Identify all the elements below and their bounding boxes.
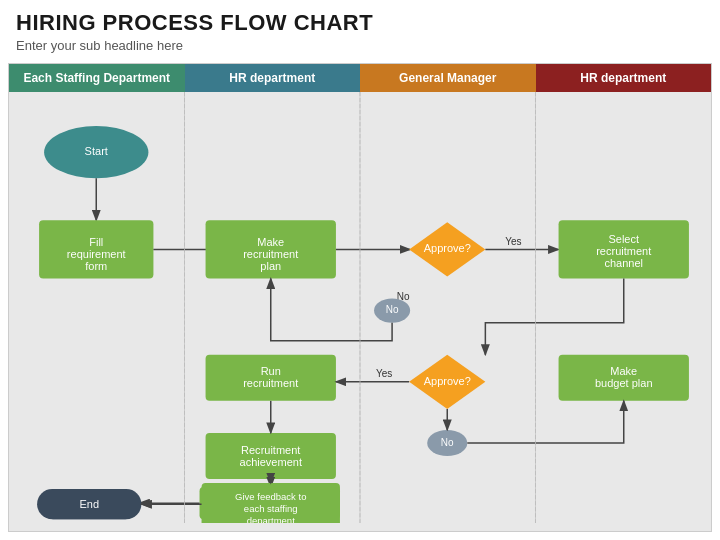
start-label: Start (85, 145, 108, 157)
achieve-label2: achievement (240, 456, 302, 468)
fb-text3: department (247, 515, 295, 523)
approve1-label: Approve? (424, 242, 471, 254)
no2-ellipse-label: No (441, 437, 454, 448)
end-text-final: End (79, 498, 99, 510)
yes1-label: Yes (505, 236, 521, 247)
budget-label2: budget plan (595, 377, 653, 389)
col-header-hr2: HR department (536, 64, 712, 92)
select-label1: Select (608, 233, 639, 245)
achieve-label1: Recruitment (241, 444, 300, 456)
select-label2: recruitment (596, 245, 651, 257)
arrow-select-approve2 (485, 279, 623, 355)
run-label1: Run (261, 365, 281, 377)
approve2-label: Approve? (424, 375, 471, 387)
make-plan-label2: recruitment (243, 248, 298, 260)
budget-label1: Make (610, 365, 637, 377)
flow-diagram: Start Fill requirement form Make recruit… (9, 92, 711, 527)
col-header-hr1: HR department (185, 64, 361, 92)
make-plan-label1: Make (257, 236, 284, 248)
page-subtitle: Enter your sub headline here (16, 38, 704, 53)
select-label3: channel (604, 257, 643, 269)
col-header-gm: General Manager (360, 64, 536, 92)
flowchart-container: Each Staffing Department HR department G… (8, 63, 712, 532)
yes2-label: Yes (376, 368, 392, 379)
no1-ellipse-label: No (386, 304, 399, 315)
fill-form-label1: Fill (89, 236, 103, 248)
header: HIRING PROCESS FLOW CHART Enter your sub… (0, 0, 720, 57)
fill-form-label2: requirement (67, 248, 126, 260)
make-plan-label3: plan (260, 260, 281, 272)
fill-form-label3: form (85, 260, 107, 272)
fb-text2: each staffing (244, 503, 298, 514)
arrow-no2-budget (467, 401, 623, 443)
column-headers: Each Staffing Department HR department G… (9, 64, 711, 92)
run-label2: recruitment (243, 377, 298, 389)
arrow-no1-loop (271, 279, 392, 341)
col-header-staffing: Each Staffing Department (9, 64, 185, 92)
page: HIRING PROCESS FLOW CHART Enter your sub… (0, 0, 720, 540)
flow-svg: Start Fill requirement form Make recruit… (9, 92, 711, 523)
fb-text1: Give feedback to (235, 491, 306, 502)
page-title: HIRING PROCESS FLOW CHART (16, 10, 704, 36)
